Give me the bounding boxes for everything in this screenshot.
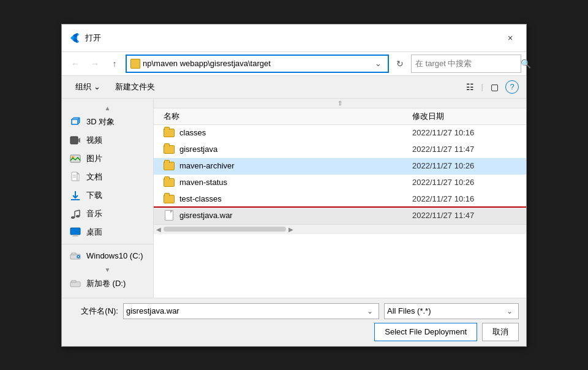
sidebar-item-3d[interactable]: 3D 对象 (62, 113, 153, 131)
cube-icon (69, 116, 81, 128)
filename-input[interactable] (126, 306, 363, 315)
organize-dropdown-icon: ⌄ (94, 82, 100, 91)
svg-rect-24 (72, 281, 76, 282)
sidebar-item-d-drive[interactable]: 新加卷 (D:) (62, 274, 153, 293)
search-icon: 🔍 (521, 59, 531, 69)
filetype-select[interactable]: All Files (*.*) ⌄ (384, 303, 519, 319)
folder-icon (164, 177, 175, 188)
titlebar: 打开 × (62, 25, 526, 52)
select-file-deployment-button[interactable]: Select File Deployment (374, 323, 477, 341)
sidebar-label-video: 视频 (86, 135, 102, 146)
filename-label: 文件名(N): (69, 306, 118, 317)
navigation-bar: ← → ↑ ⌄ ↻ 🔍 (62, 52, 526, 76)
address-bar[interactable]: ⌄ (126, 55, 389, 73)
file-name: classes (179, 128, 407, 137)
table-row[interactable]: maven-status 2022/11/27 10:26 (154, 175, 526, 191)
sidebar-label-desktop: 桌面 (86, 227, 102, 238)
sidebar-label-music: 音乐 (86, 208, 102, 219)
svg-point-11 (71, 216, 75, 219)
column-date: 修改日期 (412, 111, 516, 122)
table-row[interactable]: classes 2022/11/27 10:16 (154, 125, 526, 142)
file-name: maven-status (179, 178, 407, 187)
horizontal-scrollbar[interactable]: ◀ ▶ (154, 224, 526, 234)
cancel-button[interactable]: 取消 (482, 323, 519, 341)
folder-icon (164, 160, 175, 172)
svg-marker-2 (78, 138, 80, 143)
table-row[interactable]: gisrestjava 2022/11/27 11:47 (154, 142, 526, 158)
desktop-icon (69, 226, 81, 238)
svg-rect-1 (70, 137, 78, 144)
vscode-icon (69, 32, 80, 43)
toolbar: 组织 ⌄ 新建文件夹 ☷ | ▢ ? (62, 76, 526, 99)
sidebar-label-d-drive: 新加卷 (D:) (86, 278, 126, 289)
new-folder-label: 新建文件夹 (115, 81, 155, 92)
address-dropdown-button[interactable]: ⌄ (372, 58, 384, 70)
organize-label: 组织 (75, 81, 91, 92)
svg-rect-6 (77, 174, 79, 181)
content-area: ▲ 3D 对象 视频 (62, 99, 526, 298)
toolbar-separator: | (481, 82, 483, 91)
bottom-area: 文件名(N): ⌄ All Files (*.*) ⌄ Select File … (62, 298, 526, 346)
close-button[interactable]: × (502, 29, 519, 47)
filetype-text: All Files (*.*) (387, 306, 502, 315)
filename-dropdown-button[interactable]: ⌄ (364, 307, 376, 315)
folder-icon (164, 194, 175, 205)
file-date: 2022/11/27 10:16 (412, 128, 516, 137)
sidebar-item-document[interactable]: 文档 (62, 168, 153, 186)
file-date: 2022/11/27 11:47 (412, 211, 516, 220)
back-button[interactable]: ← (67, 55, 84, 72)
table-row[interactable]: test-classes 2022/11/27 10:16 (154, 191, 526, 208)
table-row[interactable]: gisrestjava.war 2022/11/27 11:47 (154, 208, 526, 224)
organize-button[interactable]: 组织 ⌄ (69, 79, 107, 95)
image-icon (69, 153, 81, 165)
address-folder-icon (130, 59, 140, 69)
sidebar-scroll-down[interactable]: ▼ (62, 265, 153, 274)
video-icon (69, 134, 81, 146)
search-bar: 🔍 (411, 55, 521, 73)
file-date: 2022/11/27 11:47 (412, 145, 516, 154)
sort-arrow-icon: ⇧ (337, 100, 342, 107)
file-date: 2022/11/27 10:26 (412, 178, 516, 187)
sidebar-item-c-drive[interactable]: Windows10 (C:) (62, 247, 153, 265)
toolbar-right: ☷ | ▢ ? (462, 78, 519, 96)
file-list-header: ⇧ (154, 99, 526, 108)
sidebar-label-3d: 3D 对象 (86, 116, 115, 127)
sidebar-item-desktop[interactable]: 桌面 (62, 223, 153, 241)
svg-rect-19 (72, 236, 78, 236)
sidebar-item-music[interactable]: 音乐 (62, 205, 153, 223)
filename-input-wrap: ⌄ (123, 303, 379, 319)
file-date: 2022/11/27 10:16 (412, 194, 516, 203)
refresh-button[interactable]: ↻ (391, 55, 409, 72)
sidebar-item-video[interactable]: 视频 (62, 131, 153, 149)
address-input[interactable] (143, 59, 369, 68)
download-icon (69, 189, 81, 202)
file-dialog: 打开 × ← → ↑ ⌄ ↻ 🔍 组织 ⌄ 新建文件夹 ☷ | ▢ (61, 24, 527, 347)
sidebar: ▲ 3D 对象 视频 (62, 99, 154, 298)
scrollbar-thumb[interactable] (164, 227, 286, 232)
view-preview-button[interactable]: ▢ (486, 78, 503, 96)
sidebar-item-download[interactable]: 下载 (62, 186, 153, 205)
new-folder-button[interactable]: 新建文件夹 (109, 79, 161, 95)
sidebar-item-image[interactable]: 图片 (62, 149, 153, 168)
column-name: 名称 (164, 111, 412, 122)
sidebar-label-c-drive: Windows10 (C:) (86, 251, 143, 260)
svg-rect-21 (72, 253, 76, 255)
help-button[interactable]: ? (505, 80, 519, 94)
file-name: test-classes (179, 194, 407, 203)
forward-button[interactable]: → (86, 55, 104, 72)
filetype-dropdown-button[interactable]: ⌄ (503, 307, 516, 315)
app-icon (69, 32, 80, 43)
up-button[interactable]: ↑ (106, 55, 123, 72)
search-input[interactable] (415, 59, 518, 68)
table-row[interactable]: maven-archiver 2022/11/27 10:26 (154, 158, 526, 175)
sidebar-scroll-up[interactable]: ▲ (62, 104, 153, 113)
svg-rect-5 (72, 172, 77, 181)
music-icon (69, 208, 81, 220)
file-date: 2022/11/27 10:26 (412, 161, 516, 170)
filename-row: 文件名(N): ⌄ All Files (*.*) ⌄ (69, 303, 519, 319)
folder-icon (164, 144, 175, 155)
view-details-button[interactable]: ☷ (462, 78, 479, 96)
drive-d-icon (69, 278, 81, 290)
column-headers: 名称 修改日期 (154, 108, 526, 125)
document-icon (69, 171, 81, 183)
